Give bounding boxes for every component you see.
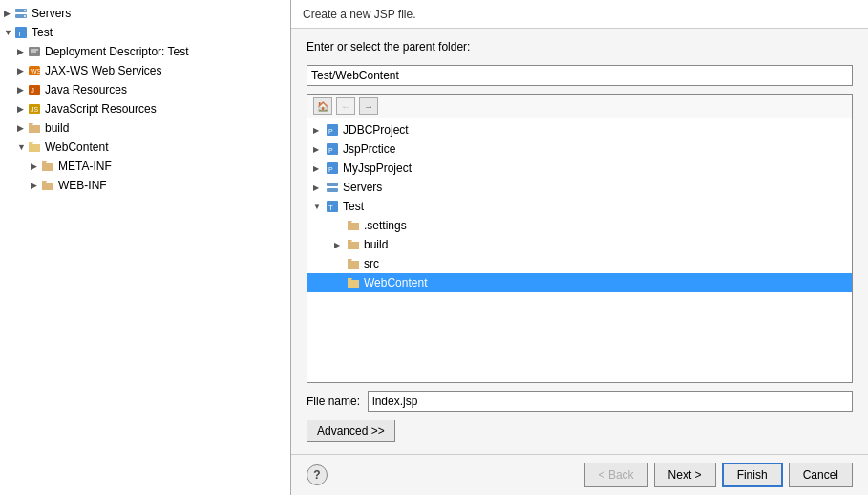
deployment-icon bbox=[27, 44, 42, 59]
ftree-label-myjsp: MyJspProject bbox=[343, 161, 412, 175]
settings-folder-icon bbox=[346, 218, 361, 233]
fbuild-icon bbox=[346, 237, 361, 252]
tree-item-java-res[interactable]: ▶ J Java Resources bbox=[0, 80, 290, 99]
web-inf-icon bbox=[40, 178, 55, 193]
src-folder-icon bbox=[346, 256, 361, 271]
dialog-panel: Create a new JSP file. Enter or select t… bbox=[291, 0, 868, 495]
tree-item-meta-inf[interactable]: ▶ META-INF bbox=[0, 157, 290, 176]
expand-test[interactable]: ▼ bbox=[4, 28, 13, 37]
ftree-jdbcproject[interactable]: ▶ P JDBCProject bbox=[307, 120, 852, 140]
expand-src bbox=[334, 260, 346, 269]
servers-icon bbox=[13, 6, 29, 21]
expand-fservers[interactable]: ▶ bbox=[313, 183, 325, 192]
tree-item-js-res[interactable]: ▶ JS JavaScript Resources bbox=[0, 99, 290, 118]
dialog-content: Enter or select the parent folder: 🏠 ← →… bbox=[291, 29, 868, 454]
home-button[interactable]: 🏠 bbox=[313, 97, 332, 115]
expand-build[interactable]: ▶ bbox=[17, 123, 27, 133]
tree-label-servers: Servers bbox=[32, 7, 71, 20]
ftree-label-jspp: JspPrctice bbox=[343, 142, 395, 156]
svg-text:WS: WS bbox=[31, 68, 41, 75]
tree-label-jaxws: JAX-WS Web Services bbox=[45, 64, 161, 77]
ftree-webcontent-selected[interactable]: WebContent bbox=[307, 273, 852, 292]
fservers-icon bbox=[325, 180, 340, 195]
expand-jdbc[interactable]: ▶ bbox=[313, 126, 325, 135]
jaxws-icon: WS bbox=[27, 63, 42, 78]
svg-text:P: P bbox=[328, 147, 333, 154]
forward-button[interactable]: → bbox=[359, 97, 378, 115]
ftree-myjsp[interactable]: ▶ P MyJspProject bbox=[307, 159, 852, 178]
java-res-icon: J bbox=[27, 82, 42, 97]
tree-label-deployment: Deployment Descriptor: Test bbox=[45, 45, 189, 58]
build-folder-icon bbox=[27, 120, 42, 136]
tree-label-meta-inf: META-INF bbox=[58, 160, 112, 173]
svg-text:JS: JS bbox=[31, 106, 39, 113]
file-name-row: File name: bbox=[307, 391, 853, 412]
svg-rect-21 bbox=[327, 183, 338, 186]
expand-meta-inf[interactable]: ▶ bbox=[31, 161, 40, 171]
advanced-section: Advanced >> bbox=[307, 420, 853, 442]
ftest-icon: T bbox=[325, 199, 340, 214]
dialog-title: Create a new JSP file. bbox=[303, 8, 416, 21]
file-name-input[interactable] bbox=[368, 391, 853, 412]
finish-button[interactable]: Finish bbox=[722, 463, 783, 487]
file-name-label: File name: bbox=[307, 395, 360, 408]
myjsp-icon: P bbox=[325, 161, 340, 176]
fwc-folder-icon bbox=[346, 275, 361, 291]
back-button[interactable]: ← bbox=[336, 97, 355, 115]
ftree-src[interactable]: src bbox=[307, 254, 852, 273]
dialog-buttons: ? < Back Next > Finish Cancel bbox=[291, 454, 868, 495]
svg-point-3 bbox=[24, 15, 26, 17]
expand-fwc bbox=[334, 279, 346, 288]
svg-text:J: J bbox=[31, 86, 34, 95]
parent-folder-label: Enter or select the parent folder: bbox=[307, 40, 853, 54]
tree-item-webcontent[interactable]: ▼ WebContent bbox=[0, 138, 290, 157]
parent-folder-input[interactable] bbox=[307, 65, 853, 86]
expand-webcontent[interactable]: ▼ bbox=[17, 142, 27, 152]
js-res-icon: JS bbox=[27, 101, 42, 117]
expand-jaxws[interactable]: ▶ bbox=[17, 66, 27, 75]
tree-label-js-res: JavaScript Resources bbox=[45, 102, 157, 116]
tree-item-web-inf[interactable]: ▶ WEB-INF bbox=[0, 176, 290, 195]
ftree-build[interactable]: ▶ build bbox=[307, 235, 852, 254]
expand-ftest[interactable]: ▼ bbox=[313, 203, 325, 211]
tree-item-test[interactable]: ▼ T Test bbox=[0, 23, 290, 42]
tree-item-jaxws[interactable]: ▶ WS JAX-WS Web Services bbox=[0, 61, 290, 80]
cancel-button[interactable]: Cancel bbox=[789, 463, 853, 487]
tree-item-build[interactable]: ▶ build bbox=[0, 118, 290, 138]
ftree-test[interactable]: ▼ T Test bbox=[307, 197, 852, 216]
svg-text:T: T bbox=[17, 30, 22, 38]
expand-servers[interactable]: ▶ bbox=[4, 9, 13, 18]
svg-text:P: P bbox=[328, 128, 333, 135]
ftree-label-build: build bbox=[364, 238, 388, 251]
tree-item-servers[interactable]: ▶ Servers bbox=[0, 4, 290, 23]
meta-inf-icon bbox=[40, 159, 55, 174]
tree-label-build: build bbox=[45, 121, 69, 135]
tree-label-web-inf: WEB-INF bbox=[58, 179, 107, 192]
folder-toolbar: 🏠 ← → bbox=[307, 95, 852, 118]
back-dialog-button[interactable]: < Back bbox=[584, 463, 648, 487]
ftree-label-test: Test bbox=[343, 200, 364, 213]
advanced-button[interactable]: Advanced >> bbox=[307, 420, 395, 442]
expand-fbuild[interactable]: ▶ bbox=[334, 241, 346, 249]
expand-jspp[interactable]: ▶ bbox=[313, 145, 325, 154]
svg-text:P: P bbox=[328, 166, 333, 173]
svg-rect-22 bbox=[327, 188, 338, 192]
help-button[interactable]: ? bbox=[307, 464, 328, 485]
svg-text:T: T bbox=[328, 204, 333, 212]
next-button[interactable]: Next > bbox=[654, 463, 716, 487]
ftree-label-src: src bbox=[364, 257, 379, 270]
expand-js-res[interactable]: ▶ bbox=[17, 104, 27, 114]
ftree-servers[interactable]: ▶ Servers bbox=[307, 178, 852, 197]
expand-myjsp[interactable]: ▶ bbox=[313, 164, 325, 173]
expand-java-res[interactable]: ▶ bbox=[17, 85, 27, 95]
folder-tree-content: ▶ P JDBCProject ▶ P JspPrctice ▶ bbox=[307, 118, 852, 294]
expand-web-inf[interactable]: ▶ bbox=[31, 181, 40, 190]
ftree-settings[interactable]: .settings bbox=[307, 216, 852, 235]
tree-label-java-res: Java Resources bbox=[45, 83, 127, 97]
ftree-label-jdbc: JDBCProject bbox=[343, 123, 409, 137]
expand-deployment[interactable]: ▶ bbox=[17, 47, 27, 56]
ftree-jspprctice[interactable]: ▶ P JspPrctice bbox=[307, 140, 852, 159]
ftree-label-webcontent: WebContent bbox=[364, 276, 428, 290]
jdbc-icon: P bbox=[325, 122, 340, 138]
tree-item-deployment[interactable]: ▶ Deployment Descriptor: Test bbox=[0, 42, 290, 61]
